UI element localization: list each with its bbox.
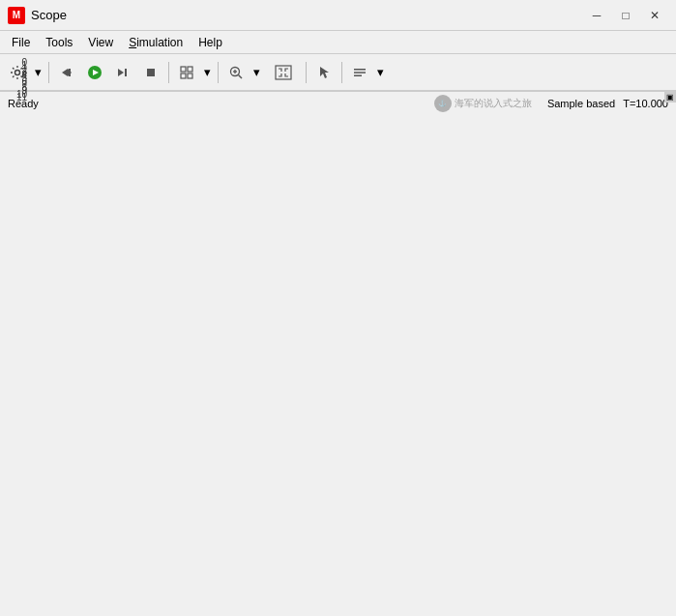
menu-bar: File Tools View Simulation Help — [0, 31, 676, 54]
svg-rect-7 — [125, 69, 127, 76]
more-dropdown[interactable]: ▾ — [346, 59, 387, 86]
svg-rect-18 — [354, 69, 366, 71]
minimize-button[interactable]: ─ — [583, 4, 610, 27]
status-sample-based: Sample based — [547, 98, 615, 109]
toolbar-separator-4 — [306, 62, 307, 83]
title-bar: M Scope ─ □ ✕ — [0, 0, 676, 31]
zoom-dropdown[interactable]: ▾ — [222, 59, 263, 86]
svg-marker-6 — [118, 69, 124, 76]
more-button[interactable] — [346, 59, 373, 86]
status-time: T=10.000 — [623, 98, 668, 109]
svg-rect-8 — [147, 69, 155, 76]
layout-dropdown[interactable]: ▾ — [173, 59, 214, 86]
more-caret[interactable]: ▾ — [373, 59, 387, 86]
app-icon: M — [8, 7, 25, 24]
svg-rect-10 — [188, 67, 192, 72]
svg-rect-17 — [276, 66, 291, 79]
svg-rect-9 — [181, 67, 186, 72]
run-button[interactable] — [81, 59, 108, 86]
status-bar: Ready ⚓ 海军的说入式之旅 Sample based T=10.000 — [0, 91, 676, 114]
menu-file[interactable]: File — [4, 34, 38, 51]
toolbar-separator-5 — [341, 62, 342, 83]
menu-help[interactable]: Help — [191, 34, 230, 51]
svg-rect-19 — [354, 72, 366, 73]
svg-rect-20 — [354, 74, 362, 76]
svg-rect-11 — [181, 73, 186, 78]
toolbar-separator-1 — [48, 62, 49, 83]
toolbar-separator-3 — [218, 62, 219, 83]
window-controls: ─ □ ✕ — [583, 4, 668, 27]
playback-controls — [53, 59, 164, 86]
watermark-icon: ⚓ — [434, 95, 452, 112]
menu-tools[interactable]: Tools — [38, 34, 80, 51]
layout-button[interactable] — [173, 59, 200, 86]
svg-marker-1 — [62, 69, 68, 76]
svg-line-14 — [239, 74, 243, 78]
svg-point-0 — [15, 70, 20, 74]
zoom-button[interactable] — [222, 59, 250, 86]
menu-view[interactable]: View — [80, 34, 121, 51]
status-ready: Ready — [8, 98, 426, 109]
scroll-corner: ▣ — [664, 91, 676, 103]
stop-button[interactable] — [137, 59, 164, 86]
menu-simulation[interactable]: Simulation — [121, 34, 191, 51]
settings-caret[interactable]: ▾ — [31, 59, 44, 86]
go-to-start-button[interactable] — [53, 59, 80, 86]
fit-to-view-button[interactable] — [265, 59, 302, 86]
window-title: Scope — [31, 8, 583, 22]
status-right: ⚓ 海军的说入式之旅 Sample based T=10.000 — [434, 95, 668, 112]
svg-rect-12 — [188, 73, 192, 78]
close-button[interactable]: ✕ — [641, 4, 668, 27]
toolbar: ▾ ▾ ▾ — [0, 54, 676, 91]
watermark: ⚓ 海军的说入式之旅 — [434, 95, 532, 112]
cursor-button[interactable] — [310, 59, 338, 86]
maximize-button[interactable]: □ — [612, 4, 639, 27]
step-forward-button[interactable] — [109, 59, 136, 86]
layout-caret[interactable]: ▾ — [200, 59, 214, 86]
app-icon-letter: M — [13, 10, 20, 20]
toolbar-separator-2 — [168, 62, 169, 83]
zoom-caret[interactable]: ▾ — [250, 59, 263, 86]
watermark-text: 海军的说入式之旅 — [455, 97, 532, 110]
